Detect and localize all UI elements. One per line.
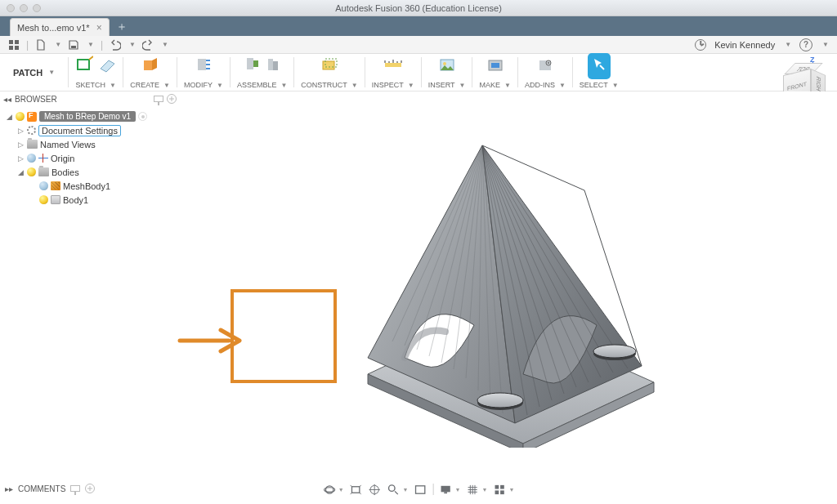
svg-rect-8 xyxy=(253,60,258,67)
ribbon-group-modify[interactable]: MODIFY▼ xyxy=(177,54,230,91)
svg-rect-9 xyxy=(268,59,273,70)
user-name[interactable]: Kevin Kennedy xyxy=(714,40,775,50)
settings-circle-icon[interactable] xyxy=(85,484,95,493)
assemble-joint-icon[interactable] xyxy=(244,56,261,77)
svg-rect-35 xyxy=(500,490,504,494)
svg-point-15 xyxy=(443,62,446,65)
mesh-icon xyxy=(51,181,60,190)
file-icon[interactable] xyxy=(35,39,47,51)
sketch-plane-icon[interactable] xyxy=(98,56,116,77)
expand-icon[interactable]: ▷ xyxy=(16,127,25,135)
tree-meshbody[interactable]: MeshBody1 xyxy=(0,179,180,193)
settings-circle-icon[interactable] xyxy=(167,94,177,104)
ribbon-group-sketch[interactable]: SKETCH▼ xyxy=(69,54,123,91)
inspect-icon[interactable] xyxy=(383,56,403,77)
visibility-icon[interactable] xyxy=(138,112,147,121)
tree-bodies[interactable]: ◢ Bodies xyxy=(0,165,180,179)
orbit-icon[interactable] xyxy=(323,483,336,496)
ribbon-group-make[interactable]: MAKE▼ xyxy=(472,54,517,91)
assemble-align-icon[interactable] xyxy=(266,56,280,77)
browser-header[interactable]: ◂◂ BROWSER xyxy=(0,91,180,106)
save-icon[interactable] xyxy=(68,39,79,51)
svg-rect-29 xyxy=(416,485,425,493)
bulb-icon[interactable] xyxy=(39,181,48,190)
undo-icon[interactable] xyxy=(110,39,121,51)
ribbon-group-construct[interactable]: CONSTRUCT▼ xyxy=(294,54,364,91)
window-title: Autodesk Fusion 360 (Education License) xyxy=(335,3,502,13)
grid-snap-icon[interactable] xyxy=(466,483,479,496)
help-icon[interactable]: ? xyxy=(799,38,812,51)
tree-origin[interactable]: ▷ Origin xyxy=(0,151,180,165)
ribbon-group-create[interactable]: CREATE▼ xyxy=(123,54,177,91)
svg-rect-0 xyxy=(9,40,13,44)
pan-icon[interactable] xyxy=(369,483,382,496)
tree-root[interactable]: ◢ Mesh to BRep Demo v1 xyxy=(0,109,180,123)
expand-icon[interactable]: ◢ xyxy=(5,113,13,121)
close-icon[interactable]: × xyxy=(96,22,102,33)
tree-body1[interactable]: Body1 xyxy=(0,193,180,207)
addins-icon[interactable] xyxy=(536,56,554,77)
expand-icon[interactable]: ◢ xyxy=(16,168,25,176)
bulb-icon[interactable] xyxy=(27,167,36,176)
pin-icon[interactable] xyxy=(154,96,163,102)
tree-document-settings[interactable]: ▷ Document Settings xyxy=(0,123,180,137)
svg-rect-3 xyxy=(15,46,19,50)
expand-icon[interactable]: ▷ xyxy=(16,140,25,149)
browser-title: BROWSER xyxy=(15,95,57,104)
make-icon[interactable] xyxy=(486,56,504,77)
new-tab-button[interactable]: ＋ xyxy=(113,18,131,36)
lookat-icon[interactable] xyxy=(350,483,363,496)
modify-icon[interactable] xyxy=(195,56,213,77)
bulb-icon[interactable] xyxy=(16,112,25,121)
svg-rect-5 xyxy=(78,60,89,69)
collapse-icon[interactable]: ▸▸ xyxy=(5,484,13,493)
svg-rect-10 xyxy=(273,61,278,70)
svg-rect-13 xyxy=(385,63,401,67)
collapse-icon[interactable]: ◂◂ xyxy=(3,95,11,104)
viewport-layout-icon[interactable] xyxy=(493,483,506,496)
display-settings-icon[interactable] xyxy=(440,483,453,496)
create-icon[interactable] xyxy=(141,56,160,77)
svg-point-20 xyxy=(548,62,549,64)
close-dot[interactable] xyxy=(7,4,15,12)
ribbon-group-assemble[interactable]: ASSEMBLE▼ xyxy=(231,54,293,91)
quickbar-right: Kevin Kennedy▼ ?▼ xyxy=(695,38,829,51)
root-name-chip[interactable]: Mesh to BRep Demo v1 xyxy=(39,111,136,122)
ribbon-group-addins[interactable]: ADD-INS▼ xyxy=(518,54,572,91)
svg-rect-6 xyxy=(198,59,206,70)
pin-icon[interactable] xyxy=(70,485,80,492)
tree-named-views[interactable]: ▷ Named Views xyxy=(0,137,180,151)
annotation-arrow xyxy=(176,320,249,364)
svg-rect-32 xyxy=(495,484,499,488)
ribbon-group-select[interactable]: SELECT▼ xyxy=(573,54,625,91)
zoom-icon[interactable] xyxy=(387,483,401,496)
svg-rect-1 xyxy=(15,40,19,44)
expand-icon[interactable]: ▷ xyxy=(16,154,25,163)
origin-icon xyxy=(38,154,48,163)
redo-icon[interactable] xyxy=(142,39,154,51)
viewport-canvas[interactable] xyxy=(180,91,837,479)
bulb-icon[interactable] xyxy=(27,154,36,163)
zoom-dot[interactable] xyxy=(33,4,41,12)
ribbon-group-inspect[interactable]: INSPECT▼ xyxy=(365,54,421,91)
ribbon-group-insert[interactable]: INSERT▼ xyxy=(422,54,472,91)
sketch-rect-icon[interactable] xyxy=(75,56,93,77)
navigation-toolbar: ▼ ▼ ▼ ▼ ▼ xyxy=(323,483,515,496)
comments-bar[interactable]: ▸▸ COMMENTS xyxy=(0,481,181,496)
job-status-icon[interactable] xyxy=(695,39,706,51)
minimize-dot[interactable] xyxy=(20,4,28,12)
comments-label: COMMENTS xyxy=(18,484,65,493)
document-tab[interactable]: Mesh to...emo v1* × xyxy=(10,18,110,36)
bulb-icon[interactable] xyxy=(39,195,48,204)
data-panel-icon[interactable] xyxy=(8,39,20,51)
fit-icon[interactable] xyxy=(414,483,427,496)
select-icon[interactable] xyxy=(589,55,609,78)
construct-icon[interactable] xyxy=(320,56,338,77)
insert-icon[interactable] xyxy=(438,56,456,77)
svg-rect-31 xyxy=(445,492,448,493)
svg-point-24 xyxy=(593,345,636,358)
workspace-selector[interactable]: PATCH ▼ xyxy=(0,54,68,91)
model-phone-stand[interactable] xyxy=(311,121,670,451)
svg-rect-2 xyxy=(9,46,13,50)
window-titlebar: Autodesk Fusion 360 (Education License) xyxy=(0,0,837,16)
